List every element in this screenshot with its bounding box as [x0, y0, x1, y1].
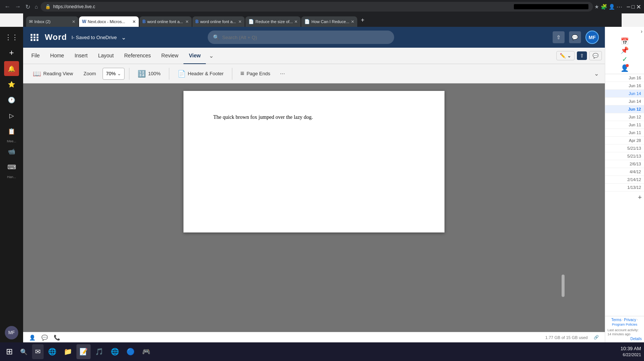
video-icon[interactable]: 📹: [4, 144, 19, 159]
browser-refresh[interactable]: ↻: [24, 2, 32, 12]
ribbon-collapse-btn[interactable]: ⌄: [594, 70, 599, 77]
ribbon-comment-btn[interactable]: 💬: [589, 51, 602, 60]
date-item-4[interactable]: Jun 12: [605, 105, 644, 113]
gmail-calendar-icon[interactable]: 📅: [621, 37, 629, 45]
page-ends-btn[interactable]: ≡ Page Ends: [237, 67, 274, 80]
clock-icon[interactable]: 🕐: [4, 92, 19, 107]
doc-scrollbar[interactable]: [560, 109, 566, 316]
date-item-5[interactable]: Jun 12: [605, 113, 644, 121]
win-maximize[interactable]: □: [632, 4, 635, 10]
reading-view-btn[interactable]: 📖 Reading View: [29, 67, 77, 80]
win-minimize[interactable]: –: [627, 3, 630, 10]
tab-font2[interactable]: B word online font a... ✕: [192, 16, 245, 27]
date-item-8[interactable]: Apr 28: [605, 137, 644, 145]
ribbon-tab-layout[interactable]: Layout: [93, 48, 119, 64]
terms-link[interactable]: Terms: [611, 318, 621, 322]
header-footer-btn[interactable]: 📄 Header & Footer: [174, 67, 227, 80]
gmail-keep-icon[interactable]: 📌: [621, 46, 629, 54]
date-item-12[interactable]: 4/4/12: [605, 168, 644, 176]
tab-word[interactable]: W Next.docx - Micros... ✕: [79, 16, 139, 27]
date-item-6[interactable]: Jun 11: [605, 121, 644, 129]
date-item-0[interactable]: Jun 16: [605, 74, 644, 82]
tab-font2-close[interactable]: ✕: [238, 19, 242, 24]
tab-reduce[interactable]: 📄 Reduce the size of... ✕: [245, 16, 301, 27]
browser-more[interactable]: ⋯: [616, 3, 622, 10]
gmail-contacts-icon[interactable]: 👤: [621, 64, 629, 72]
ribbon-share-btn[interactable]: ⇧: [577, 51, 587, 60]
taskbar-music[interactable]: 🎵: [92, 344, 106, 359]
tab-howcan[interactable]: 📄 How Can I Reduce... ✕: [301, 16, 357, 27]
taskbar-outlook[interactable]: ✉: [32, 344, 44, 359]
tab-howcan-close[interactable]: ✕: [351, 19, 354, 24]
taskbar-game[interactable]: 🎮: [139, 344, 153, 359]
word-search-input[interactable]: [222, 35, 389, 40]
browser-back[interactable]: ←: [3, 2, 12, 12]
date-item-7[interactable]: Jun 11: [605, 129, 644, 137]
taskbar-word-app[interactable]: 📝: [76, 344, 91, 359]
panel-expand-btn[interactable]: ›: [641, 28, 643, 34]
zoom-select-container[interactable]: 70% ⌄: [103, 68, 125, 80]
taskbar-explorer[interactable]: 📁: [61, 344, 75, 359]
zoom-100-btn[interactable]: 🔢 100%: [134, 67, 164, 80]
details-link[interactable]: Details: [607, 337, 642, 341]
taskbar-browser[interactable]: 🌐: [108, 344, 122, 359]
date-item-11[interactable]: 2/6/13: [605, 160, 644, 168]
word-action-comment[interactable]: 💬: [569, 31, 581, 43]
browser-forward[interactable]: →: [13, 2, 22, 12]
date-item-2[interactable]: Jun 14: [605, 90, 644, 98]
date-item-13[interactable]: 2/14/12: [605, 176, 644, 184]
word-save-status[interactable]: I- Saved to OneDrive: [72, 35, 117, 40]
tab-word-close[interactable]: ✕: [132, 19, 136, 24]
play-icon[interactable]: ▷: [4, 108, 19, 123]
tab-font1-close[interactable]: ✕: [185, 19, 189, 24]
address-input[interactable]: [53, 4, 511, 9]
gmail-tasks-icon[interactable]: ✓: [622, 55, 628, 63]
date-item-9[interactable]: 5/21/13: [605, 145, 644, 152]
date-item-10[interactable]: 5/21/13: [605, 152, 644, 160]
panel-add-btn[interactable]: +: [638, 194, 642, 202]
browser-profile[interactable]: 👤: [609, 4, 615, 10]
word-apps-grid-btn[interactable]: [29, 32, 40, 42]
ribbon-tab-home[interactable]: Home: [45, 48, 69, 64]
ribbon-edit-pencil-btn[interactable]: ✏️ ⌄: [556, 51, 575, 60]
date-item-14[interactable]: 1/13/12: [605, 184, 644, 191]
win-start-btn[interactable]: ⊞: [3, 347, 16, 357]
keyboard-icon[interactable]: ⌨: [4, 159, 19, 174]
privacy-link[interactable]: Privacy: [624, 318, 636, 322]
ribbon-tab-view[interactable]: View: [183, 48, 206, 64]
clipboard-icon[interactable]: 📋: [4, 124, 19, 139]
tab-gmail[interactable]: ✉ Inbox (2) ✕: [26, 16, 78, 27]
storage-link-icon[interactable]: 🔗: [594, 335, 599, 340]
add-icon[interactable]: +: [4, 45, 19, 60]
ribbon-tab-references[interactable]: References: [119, 48, 156, 64]
gmail-phone-btn[interactable]: 📞: [54, 335, 60, 341]
ribbon-tab-insert[interactable]: Insert: [69, 48, 93, 64]
browser-bookmark[interactable]: ★: [594, 4, 599, 10]
program-policies-link[interactable]: Program Policies: [612, 323, 637, 326]
ribbon-more-btn[interactable]: ···: [277, 68, 288, 79]
win-close[interactable]: ✕: [636, 3, 641, 10]
gmail-chat-btn[interactable]: 💬: [41, 335, 48, 341]
taskbar-blue-app[interactable]: 🔵: [123, 344, 138, 359]
word-save-dropdown[interactable]: ⌄: [121, 34, 126, 41]
ribbon-overflow-btn[interactable]: ⌄: [206, 52, 217, 59]
tab-font1[interactable]: B word online font a... ✕: [139, 16, 192, 27]
taskbar-edge[interactable]: 🌐: [45, 344, 59, 359]
word-action-share[interactable]: ⇧: [553, 31, 565, 43]
ribbon-tab-review[interactable]: Review: [156, 48, 184, 64]
document-content[interactable]: The quick brown fox jumped over the lazy…: [213, 113, 415, 121]
date-item-1[interactable]: Jun 16: [605, 82, 644, 90]
tab-gmail-close[interactable]: ✕: [72, 19, 75, 24]
apps-grid-icon[interactable]: ⋮⋮: [4, 30, 19, 45]
word-user-avatar[interactable]: MF: [585, 31, 599, 44]
new-tab-btn[interactable]: +: [358, 17, 367, 23]
zoom-btn[interactable]: Zoom: [80, 69, 100, 79]
browser-home[interactable]: ⌂: [33, 2, 39, 11]
gmail-contacts-btn[interactable]: 👤: [29, 335, 35, 341]
tab-reduce-close[interactable]: ✕: [294, 19, 298, 24]
star-icon[interactable]: ⭐: [4, 77, 19, 92]
ribbon-tab-file[interactable]: File: [26, 48, 45, 64]
notification-icon[interactable]: 🔔: [4, 61, 19, 76]
win-search-btn[interactable]: 🔍: [17, 348, 31, 355]
browser-extensions[interactable]: 🧩: [601, 4, 607, 10]
